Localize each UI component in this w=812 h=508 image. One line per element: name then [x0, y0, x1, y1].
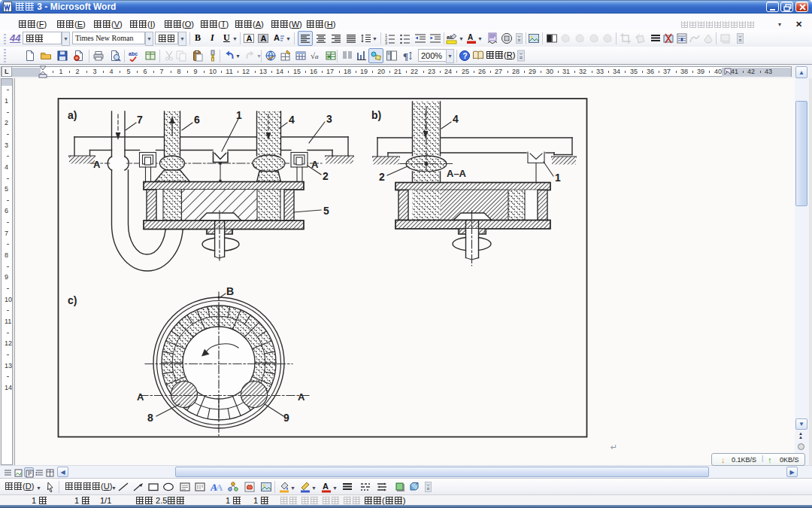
svg-text:2: 2 [323, 170, 329, 182]
svg-text:abc: abc [129, 51, 138, 56]
svg-text:?: ? [463, 52, 468, 60]
svg-text:1: 1 [236, 109, 242, 121]
svg-text:↵: ↵ [611, 443, 617, 452]
svg-text:A: A [216, 482, 223, 493]
svg-text:3: 3 [385, 41, 387, 44]
svg-text:9: 9 [283, 412, 289, 424]
svg-text:A: A [323, 482, 329, 491]
svg-text:8: 8 [147, 412, 153, 424]
svg-text:5: 5 [323, 205, 329, 217]
svg-text:A: A [247, 34, 253, 43]
svg-text:a): a) [68, 109, 77, 121]
svg-text:A: A [137, 391, 144, 403]
svg-text:¶: ¶ [403, 50, 408, 62]
svg-text:X: X [327, 53, 332, 60]
svg-text:7: 7 [137, 114, 143, 126]
svg-text:B: B [226, 285, 234, 297]
svg-text:c): c) [68, 294, 77, 306]
svg-text:A: A [93, 159, 101, 170]
svg-text:4: 4 [289, 114, 295, 126]
svg-text:A–A: A–A [447, 168, 467, 179]
svg-text:A: A [274, 33, 280, 42]
svg-text:A: A [261, 34, 267, 43]
svg-text:I: I [611, 38, 612, 43]
svg-text:I: I [583, 38, 584, 43]
svg-text:a: a [315, 53, 319, 60]
svg-text:6: 6 [194, 114, 200, 126]
svg-text:A: A [298, 391, 305, 403]
svg-text:2: 2 [379, 171, 385, 183]
svg-text:A: A [468, 33, 473, 41]
svg-text:I: I [597, 38, 598, 43]
svg-text:b): b) [371, 109, 381, 121]
svg-text:1: 1 [555, 172, 561, 184]
svg-text:4: 4 [453, 113, 459, 125]
svg-text:3: 3 [326, 113, 332, 125]
svg-text:I: I [568, 38, 570, 43]
